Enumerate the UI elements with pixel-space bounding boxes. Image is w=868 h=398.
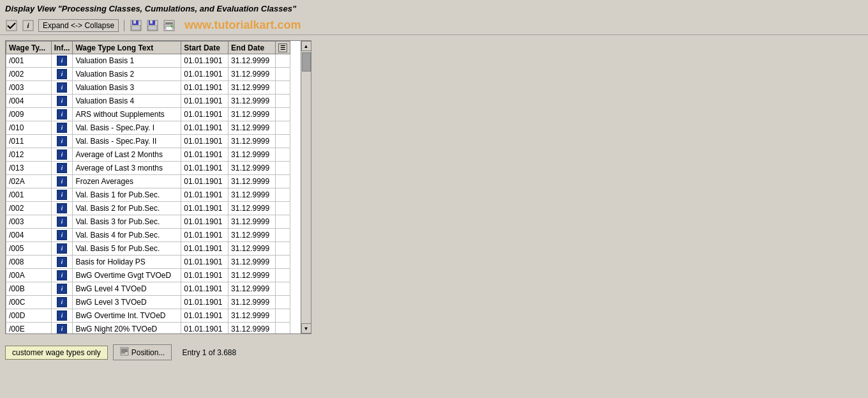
- save-local-icon[interactable]: [146, 19, 159, 32]
- info-icon[interactable]: i: [57, 96, 67, 106]
- svg-rect-9: [150, 20, 153, 24]
- table-row[interactable]: /00EiBwG Night 20% TVOeD01.01.190131.12.…: [6, 323, 290, 334]
- info-icon[interactable]: i: [57, 297, 67, 307]
- wage-type-cell: /00B: [6, 282, 52, 296]
- info-icon-cell[interactable]: i: [51, 108, 73, 121]
- empty-cell: [276, 121, 290, 135]
- end-date-cell: 31.12.9999: [228, 323, 276, 334]
- bottom-bar: customer wage types only Position... Ent…: [0, 339, 868, 365]
- info-icon-cell[interactable]: i: [51, 256, 73, 269]
- info-icon-cell[interactable]: i: [51, 215, 73, 229]
- info-icon[interactable]: i: [57, 324, 67, 333]
- toolbar: i Expand <-> Collapse: [0, 16, 868, 35]
- info-icon[interactable]: i: [57, 109, 67, 119]
- scroll-down-button[interactable]: ▼: [301, 323, 311, 333]
- info-icon[interactable]: i: [57, 257, 67, 267]
- info-icon[interactable]: i: [57, 203, 67, 213]
- table-row[interactable]: /010iVal. Basis - Spec.Pay. I01.01.19013…: [6, 121, 290, 135]
- info-icon-cell[interactable]: i: [51, 175, 73, 188]
- info-icon[interactable]: i: [57, 123, 67, 133]
- table-row[interactable]: /001iValuation Basis 101.01.190131.12.99…: [6, 54, 290, 68]
- col-settings[interactable]: ☰: [276, 42, 290, 54]
- info-icon-cell[interactable]: i: [51, 162, 73, 175]
- info-icon-cell[interactable]: i: [51, 68, 73, 81]
- table-row[interactable]: /009iARS without Supplements01.01.190131…: [6, 108, 290, 121]
- info-icon[interactable]: i: [57, 136, 67, 146]
- info-icon-cell[interactable]: i: [51, 323, 73, 334]
- customer-wage-types-button[interactable]: customer wage types only: [5, 346, 108, 360]
- info-icon[interactable]: i: [57, 243, 67, 254]
- table-row[interactable]: /02AiFrozen Averages01.01.190131.12.9999: [6, 175, 290, 188]
- info-icon-cell[interactable]: i: [51, 148, 73, 162]
- info-icon-cell[interactable]: i: [51, 309, 73, 323]
- svg-rect-18: [121, 350, 128, 351]
- table-row[interactable]: /004iVal. Basis 4 for Pub.Sec.01.01.1901…: [6, 229, 290, 242]
- info-icon-cell[interactable]: i: [51, 54, 73, 68]
- table-row[interactable]: /00AiBwG Overtime Gvgt TVOeD01.01.190131…: [6, 269, 290, 282]
- table-row[interactable]: /00DiBwG Overtime Int. TVOeD01.01.190131…: [6, 309, 290, 323]
- empty-cell: [276, 81, 290, 95]
- save-icon[interactable]: [130, 19, 142, 32]
- scroll-track[interactable]: [301, 51, 311, 323]
- info-icon[interactable]: i: [57, 163, 67, 173]
- info-icon-cell[interactable]: i: [51, 242, 73, 256]
- info-icon[interactable]: i: [57, 270, 67, 280]
- table-row[interactable]: /00BiBwG Level 4 TVOeD01.01.190131.12.99…: [6, 282, 290, 296]
- table-row[interactable]: /001iVal. Basis 1 for Pub.Sec.01.01.1901…: [6, 188, 290, 202]
- table-row[interactable]: /00CiBwG Level 3 TVOeD01.01.190131.12.99…: [6, 296, 290, 309]
- vertical-scrollbar[interactable]: ▲ ▼: [301, 41, 311, 333]
- table-row[interactable]: /003iValuation Basis 301.01.190131.12.99…: [6, 81, 290, 95]
- table-row[interactable]: /005iVal. Basis 5 for Pub.Sec.01.01.1901…: [6, 242, 290, 256]
- print-icon[interactable]: [163, 19, 176, 32]
- info-icon-cell[interactable]: i: [51, 135, 73, 148]
- info-toolbar-icon[interactable]: i: [22, 19, 34, 32]
- info-icon[interactable]: i: [57, 56, 67, 66]
- expand-collapse-button[interactable]: Expand <-> Collapse: [38, 19, 119, 32]
- empty-cell: [276, 175, 290, 188]
- position-button[interactable]: Position...: [113, 344, 172, 360]
- info-icon-cell[interactable]: i: [51, 121, 73, 135]
- info-icon[interactable]: i: [57, 310, 67, 321]
- info-icon-cell[interactable]: i: [51, 282, 73, 296]
- end-date-cell: 31.12.9999: [228, 215, 276, 229]
- wage-type-cell: /011: [6, 135, 52, 148]
- scroll-up-button[interactable]: ▲: [301, 41, 311, 51]
- info-icon[interactable]: i: [57, 217, 67, 227]
- data-table: Wage Ty... Inf... Wage Type Long Text St…: [6, 41, 290, 333]
- end-date-cell: 31.12.9999: [228, 202, 276, 215]
- start-date-cell: 01.01.1901: [181, 148, 228, 162]
- info-icon[interactable]: i: [57, 176, 67, 187]
- table-wrapper: Wage Ty... Inf... Wage Type Long Text St…: [6, 41, 311, 333]
- long-text-cell: Val. Basis 1 for Pub.Sec.: [73, 188, 181, 202]
- info-icon[interactable]: i: [57, 149, 67, 160]
- info-icon-cell[interactable]: i: [51, 81, 73, 95]
- empty-cell: [276, 242, 290, 256]
- table-row[interactable]: /012iAverage of Last 2 Months01.01.19013…: [6, 148, 290, 162]
- info-icon-cell[interactable]: i: [51, 202, 73, 215]
- scroll-thumb[interactable]: [302, 52, 311, 72]
- table-row[interactable]: /003iVal. Basis 3 for Pub.Sec.01.01.1901…: [6, 215, 290, 229]
- wage-type-cell: /003: [6, 215, 52, 229]
- end-date-cell: 31.12.9999: [228, 95, 276, 108]
- table-row[interactable]: /011iVal. Basis - Spec.Pay. II01.01.1901…: [6, 135, 290, 148]
- wage-type-cell: /003: [6, 81, 52, 95]
- info-icon-cell[interactable]: i: [51, 296, 73, 309]
- info-icon[interactable]: i: [57, 230, 67, 240]
- info-icon[interactable]: i: [57, 284, 67, 294]
- table-row[interactable]: /013iAverage of Last 3 months01.01.19013…: [6, 162, 290, 175]
- info-icon-cell[interactable]: i: [51, 269, 73, 282]
- info-icon-cell[interactable]: i: [51, 188, 73, 202]
- table-row[interactable]: /004iValuation Basis 401.01.190131.12.99…: [6, 95, 290, 108]
- watermark: www.tutorialkart.com: [184, 19, 301, 32]
- checkmark-icon[interactable]: [5, 19, 18, 32]
- long-text-cell: Val. Basis - Spec.Pay. I: [73, 121, 181, 135]
- info-icon[interactable]: i: [57, 190, 67, 200]
- wage-type-cell: /004: [6, 229, 52, 242]
- table-row[interactable]: /008iBasis for Holiday PS01.01.190131.12…: [6, 256, 290, 269]
- info-icon-cell[interactable]: i: [51, 95, 73, 108]
- info-icon-cell[interactable]: i: [51, 229, 73, 242]
- info-icon[interactable]: i: [57, 69, 67, 79]
- info-icon[interactable]: i: [57, 82, 67, 93]
- table-row[interactable]: /002iVal. Basis 2 for Pub.Sec.01.01.1901…: [6, 202, 290, 215]
- table-row[interactable]: /002iValuation Basis 201.01.190131.12.99…: [6, 68, 290, 81]
